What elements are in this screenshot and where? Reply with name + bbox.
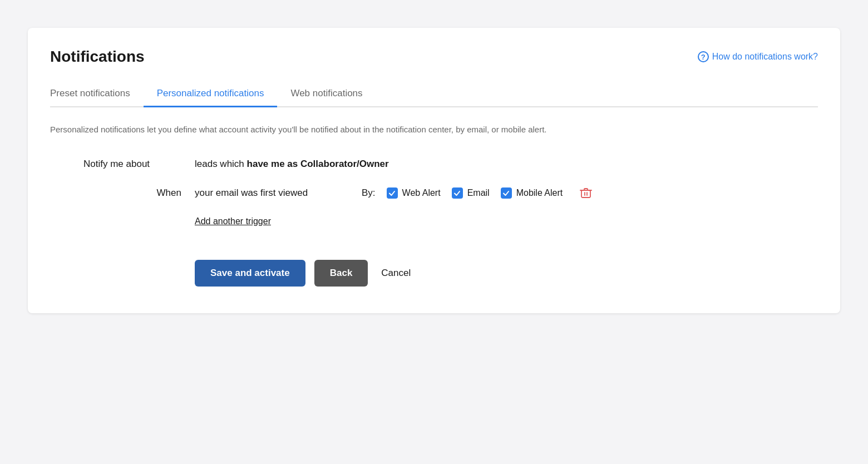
mobile-alert-checkbox-visual	[501, 187, 512, 199]
mobile-alert-label: Mobile Alert	[516, 188, 563, 198]
by-label: By:	[362, 187, 376, 199]
notify-section: Notify me about leads which have me as C…	[83, 159, 818, 287]
tab-preset-notifications[interactable]: Preset notifications	[50, 81, 144, 107]
web-alert-label: Web Alert	[402, 188, 441, 198]
help-link[interactable]: ? How do notifications work?	[698, 51, 818, 62]
back-button[interactable]: Back	[314, 260, 368, 287]
by-section: By: Web Alert	[362, 185, 594, 201]
mobile-alert-checkbox-item[interactable]: Mobile Alert	[501, 187, 563, 199]
tab-web-notifications[interactable]: Web notifications	[277, 81, 376, 107]
notify-value-prefix: leads which	[195, 159, 247, 169]
web-alert-checkbox-visual	[387, 187, 398, 199]
email-label: Email	[467, 188, 490, 198]
when-label: When	[83, 187, 195, 199]
web-alert-checkbox-item[interactable]: Web Alert	[387, 187, 441, 199]
notify-me-label: Notify me about	[83, 159, 195, 170]
cancel-button[interactable]: Cancel	[377, 260, 415, 287]
help-icon: ?	[698, 51, 709, 62]
delete-trigger-button[interactable]	[578, 185, 594, 201]
svg-rect-0	[581, 190, 590, 198]
tab-personalized-notifications[interactable]: Personalized notifications	[144, 81, 278, 107]
help-link-text: How do notifications work?	[712, 52, 818, 62]
when-row: When your email was first viewed By: Web…	[83, 185, 818, 201]
add-trigger-link[interactable]: Add another trigger	[195, 216, 271, 226]
notify-me-row: Notify me about leads which have me as C…	[83, 159, 818, 170]
header-row: Notifications ? How do notifications wor…	[50, 48, 818, 66]
notify-value-bold: have me as Collaborator/Owner	[247, 159, 389, 169]
save-activate-button[interactable]: Save and activate	[195, 260, 305, 287]
description-text: Personalized notifications let you defin…	[50, 123, 551, 136]
actions-row: Save and activate Back Cancel	[195, 260, 818, 287]
email-checkbox-item[interactable]: Email	[452, 187, 490, 199]
tabs-row: Preset notifications Personalized notifi…	[50, 81, 818, 107]
email-checkbox-visual	[452, 187, 463, 199]
notify-me-value: leads which have me as Collaborator/Owne…	[195, 159, 389, 170]
when-condition: your email was first viewed	[195, 187, 351, 199]
page-title: Notifications	[50, 48, 145, 66]
